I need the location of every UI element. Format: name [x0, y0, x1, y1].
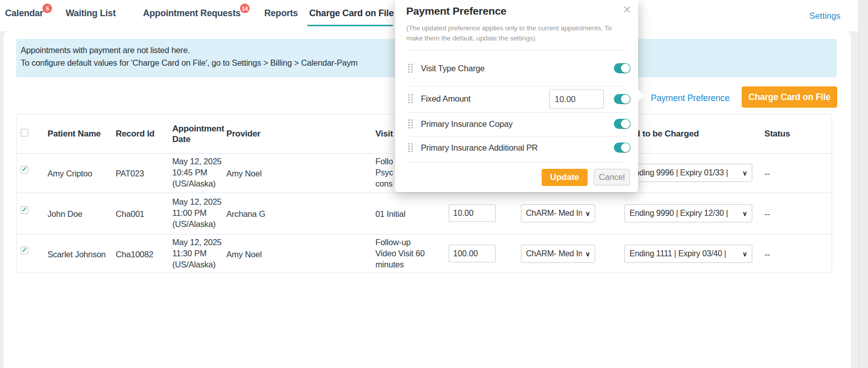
row2-date-line1: May 12, 2025 — [172, 196, 222, 207]
drag-handle-icon[interactable] — [408, 94, 415, 104]
modal-pointer-arrow — [638, 90, 645, 101]
fixed-amount-toggle[interactable] — [614, 94, 631, 104]
row1-date-line1: May 12, 2025 — [172, 156, 222, 167]
header-status: Status — [764, 129, 790, 139]
toggle-knob — [621, 95, 630, 104]
modal-divider — [406, 136, 627, 136]
modal-divider — [406, 162, 627, 163]
row2-card-select[interactable]: Ending 9990 | Expiry 12/30 | ∨ — [624, 204, 752, 222]
modal-subtitle-line2: make them the default, update the settin… — [406, 33, 634, 43]
row1-visit-line3: cons — [375, 178, 393, 189]
primary-insurance-copay-label: Primary Insurance Copay — [421, 119, 513, 129]
row3-record-id: Cha10082 — [116, 249, 154, 260]
row3-visit-type: Follow-up Video Visit 60 minutes — [375, 237, 425, 270]
row3-date-line1: May 12, 2025 — [172, 237, 222, 248]
row1-provider: Amy Noel — [226, 168, 262, 179]
row3-card-select[interactable]: Ending 1111 | Expiry 03/40 | ∨ — [624, 245, 752, 263]
primary-insurance-additional-pr-toggle[interactable] — [614, 143, 631, 153]
modal-divider — [406, 86, 627, 86]
row3-checkbox[interactable] — [21, 247, 28, 254]
row2-provider: Archana G — [226, 208, 265, 219]
tab-waiting-list[interactable]: Waiting List — [66, 8, 116, 19]
banner-line-2: To configure default values for 'Charge … — [21, 58, 358, 68]
chevron-down-icon: ∨ — [585, 250, 590, 258]
header-record-id: Record Id — [116, 129, 155, 139]
row3-provider: Amy Noel — [226, 249, 262, 260]
scrollbar-rail[interactable] — [858, 0, 868, 368]
toggle-knob — [621, 119, 630, 128]
drag-handle-icon[interactable] — [408, 64, 415, 73]
tab-calendar[interactable]: Calendar 5 — [5, 8, 43, 19]
appointment-requests-badge: 14 — [240, 4, 250, 13]
row1-visit-line1: Follo — [375, 156, 393, 167]
tab-appointment-requests-label: Appointment Requests — [143, 8, 240, 18]
header-appointment-date-line2: Date — [172, 134, 224, 145]
row1-patient-name: Amy Criptoo — [47, 168, 92, 179]
row1-date-line3: (US/Alaska) — [172, 178, 222, 189]
close-icon[interactable]: × — [623, 2, 631, 17]
select-all-checkbox[interactable] — [21, 129, 28, 136]
update-button[interactable]: Update — [542, 169, 588, 186]
row2-amount-input[interactable] — [449, 204, 496, 222]
row3-amount-input[interactable] — [449, 245, 496, 262]
toggle-knob — [621, 64, 630, 73]
chevron-down-icon: ∨ — [742, 169, 747, 177]
row3-payment-method-select[interactable]: ChARM- Med In ∨ — [521, 245, 595, 263]
chevron-down-icon: ∨ — [585, 210, 590, 217]
row2-date-line2: 11:00 PM — [172, 207, 222, 218]
tab-charge-card-on-file-label: Charge Card on File — [309, 8, 394, 18]
row1-status: -- — [764, 168, 770, 179]
row1-date-line2: 10:45 PM — [172, 167, 222, 178]
drag-handle-icon[interactable] — [408, 119, 415, 129]
tab-calendar-label: Calendar — [5, 8, 43, 18]
row2-method-selected-option: ChARM- Med In — [526, 209, 582, 218]
row3-appointment-date: May 12, 2025 11:30 PM (US/Alaska) — [172, 237, 222, 270]
fixed-amount-label: Fixed Amount — [421, 94, 471, 104]
row2-visit-type: 01 Initial — [375, 208, 405, 219]
row2-status: -- — [764, 208, 770, 219]
row1-visit-type: Follo Psyc cons — [375, 156, 393, 189]
row3-patient-name: Scarlet Johnson — [47, 249, 106, 260]
modal-title: Payment Preference — [406, 5, 506, 17]
row3-visit-line1: Follow-up — [375, 237, 425, 248]
chevron-down-icon: ∨ — [742, 210, 747, 217]
row1-visit-line2: Psyc — [375, 167, 393, 178]
settings-link[interactable]: Settings — [809, 11, 840, 21]
primary-insurance-copay-toggle[interactable] — [614, 119, 631, 129]
row-divider — [17, 193, 832, 193]
row1-appointment-date: May 12, 2025 10:45 PM (US/Alaska) — [172, 156, 222, 189]
modal-divider — [406, 112, 627, 113]
chevron-down-icon: ∨ — [742, 250, 747, 258]
row3-visit-line3: minutes — [375, 259, 425, 270]
tab-reports-label: Reports — [264, 8, 298, 18]
row2-checkbox[interactable] — [21, 206, 28, 214]
visit-type-charge-toggle[interactable] — [614, 63, 631, 73]
tab-reports[interactable]: Reports — [264, 8, 298, 19]
payment-preference-modal: Payment Preference × (The updated prefer… — [395, 0, 638, 192]
charge-card-on-file-button[interactable]: Charge Card on File — [742, 86, 837, 108]
tab-charge-card-on-file[interactable]: Charge Card on File — [309, 8, 394, 19]
visit-type-charge-label: Visit Type Charge — [421, 64, 485, 73]
row1-card-selected-option: Ending 9996 | Expiry 01/33 | — [630, 168, 728, 177]
cancel-button[interactable]: Cancel — [594, 169, 630, 186]
row3-date-line2: 11:30 PM — [172, 248, 222, 259]
toggle-knob — [621, 143, 630, 152]
row2-record-id: Cha001 — [116, 208, 144, 219]
header-appointment-date-line1: Appointment — [172, 123, 224, 134]
row1-checkbox[interactable] — [21, 166, 28, 173]
tab-waiting-list-label: Waiting List — [66, 8, 116, 18]
row2-payment-method-select[interactable]: ChARM- Med In ∨ — [521, 204, 595, 222]
calendar-badge: 5 — [42, 4, 52, 13]
row3-card-selected-option: Ending 1111 | Expiry 03/40 | — [630, 249, 726, 258]
row1-record-id: PAT023 — [116, 168, 144, 179]
row3-date-line3: (US/Alaska) — [172, 259, 222, 270]
header-patient-name: Patient Name — [47, 129, 101, 139]
row2-appointment-date: May 12, 2025 11:00 PM (US/Alaska) — [172, 196, 222, 229]
row3-status: -- — [764, 249, 770, 260]
row1-card-select[interactable]: Ending 9996 | Expiry 01/33 | ∨ — [624, 164, 752, 182]
fixed-amount-input[interactable] — [549, 89, 604, 109]
tab-appointment-requests[interactable]: Appointment Requests 14 — [143, 8, 240, 19]
payment-preference-link[interactable]: Payment Preference — [651, 93, 730, 104]
row2-date-line3: (US/Alaska) — [172, 218, 222, 229]
drag-handle-icon[interactable] — [408, 143, 415, 153]
